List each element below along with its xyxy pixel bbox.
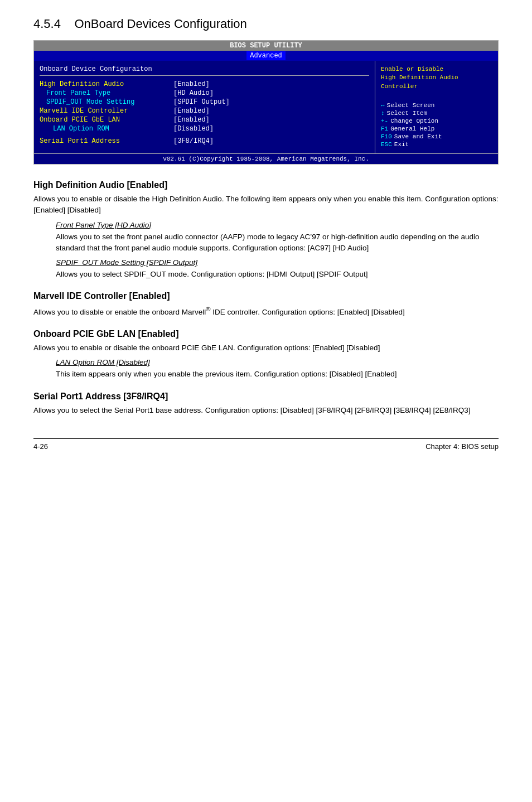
- bios-row-spdif: SPDIF_OUT Mode Setting [SPDIF Output]: [40, 98, 369, 106]
- doc-section-pcie-lan: Onboard PCIE GbE LAN [Enabled] Allows yo…: [33, 329, 499, 380]
- doc-body-marvell: Allows you to disable or enable the onbo…: [33, 305, 499, 318]
- bios-panel-title: Onboard Device Configuraiton: [40, 65, 369, 76]
- doc-sub-title-lan-rom: LAN Option ROM [Disabled]: [56, 358, 499, 366]
- key-select-item: ↕Select Item: [381, 110, 492, 117]
- doc-body-hda: Allows you to enable or disable the High…: [33, 194, 499, 216]
- doc-heading-pcie-lan: Onboard PCIE GbE LAN [Enabled]: [33, 329, 499, 339]
- key-select-screen: ↔Select Screen: [381, 102, 492, 109]
- bios-key-legend: ↔Select Screen ↕Select Item +-Change Opt…: [381, 102, 492, 148]
- bios-content: Onboard Device Configuraiton High Defini…: [34, 61, 498, 153]
- bios-row-pcie-lan: Onboard PCIE GbE LAN [Enabled]: [40, 116, 369, 124]
- bios-row-serial: Serial Port1 Address [3F8/IRQ4]: [40, 137, 369, 145]
- doc-body-serial: Allows you to select the Serial Port1 ba…: [33, 405, 499, 416]
- section-title: 4.5.4 OnBoard Devices Configuration: [33, 17, 499, 31]
- doc-subitem-spdif: SPDIF_OUT Mode Setting [SPDIF Output] Al…: [56, 258, 499, 280]
- doc-subitem-front-panel: Front Panel Type [HD Audio] Allows you t…: [56, 221, 499, 254]
- bios-help-text: Enable or DisableHigh Definition AudioCo…: [381, 65, 492, 91]
- key-save-exit: F10Save and Exit: [381, 133, 492, 140]
- bios-active-tab: Advanced: [246, 51, 286, 60]
- doc-sub-title-spdif: SPDIF_OUT Mode Setting [SPDIF Output]: [56, 258, 499, 267]
- doc-subitem-lan-rom: LAN Option ROM [Disabled] This item appe…: [56, 358, 499, 380]
- key-exit: ESCExit: [381, 141, 492, 148]
- bios-row-hda: High Definition Audio [Enabled]: [40, 80, 369, 88]
- doc-sub-title-front-panel: Front Panel Type [HD Audio]: [56, 221, 499, 229]
- bios-tab-bar: Advanced: [34, 51, 498, 61]
- doc-sub-body-lan-rom: This item appears only when you enable t…: [56, 369, 499, 380]
- doc-heading-serial: Serial Port1 Address [3F8/IRQ4]: [33, 392, 499, 402]
- key-general-help: F1General Help: [381, 125, 492, 132]
- doc-heading-hda: High Definition Audio [Enabled]: [33, 180, 499, 190]
- bios-row-marvell: Marvell IDE Controller [Enabled]: [40, 107, 369, 115]
- bios-header: BIOS SETUP UTILITY: [34, 41, 498, 51]
- chapter-label: Chapter 4: BIOS setup: [425, 442, 499, 451]
- bios-right-panel: Enable or DisableHigh Definition AudioCo…: [375, 61, 498, 153]
- section-name: OnBoard Devices Configuration: [74, 17, 246, 31]
- bios-row-front-panel: Front Panel Type [HD Audio]: [40, 89, 369, 97]
- bios-footer: v02.61 (C)Copyright 1985-2008, American …: [34, 153, 498, 164]
- section-number: 4.5.4: [33, 17, 61, 31]
- bios-row-lan-rom: LAN Option ROM [Disabled]: [40, 125, 369, 133]
- doc-section-hda: High Definition Audio [Enabled] Allows y…: [33, 180, 499, 280]
- doc-section-serial: Serial Port1 Address [3F8/IRQ4] Allows y…: [33, 392, 499, 416]
- doc-sub-body-spdif: Allows you to select SPDIF_OUT mode. Con…: [56, 269, 499, 280]
- doc-section-marvell: Marvell IDE Controller [Enabled] Allows …: [33, 291, 499, 318]
- doc-sub-body-front-panel: Allows you to set the front panel audio …: [56, 231, 499, 254]
- doc-body-pcie-lan: Allows you to enable or disable the onbo…: [33, 342, 499, 354]
- key-change-option: +-Change Option: [381, 118, 492, 124]
- page-footer: 4-26 Chapter 4: BIOS setup: [33, 438, 499, 451]
- bios-screenshot: BIOS SETUP UTILITY Advanced Onboard Devi…: [33, 40, 499, 165]
- doc-heading-marvell: Marvell IDE Controller [Enabled]: [33, 291, 499, 301]
- page-number: 4-26: [33, 442, 48, 451]
- bios-left-panel: Onboard Device Configuraiton High Defini…: [34, 61, 375, 153]
